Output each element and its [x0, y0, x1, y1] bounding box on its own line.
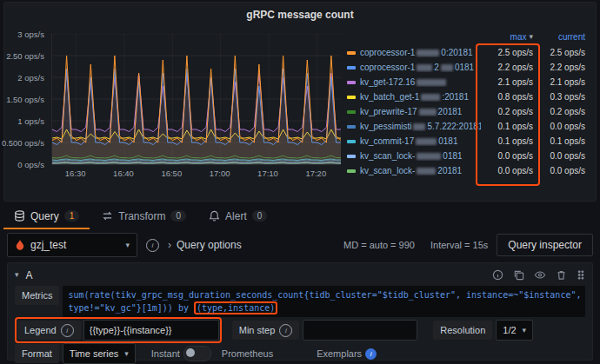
redacted-text [417, 50, 439, 56]
max-value: 2.2 ops/s [481, 63, 533, 72]
redacted-text [417, 153, 441, 160]
transform-icon [102, 210, 113, 222]
series-name[interactable]: kv_scan_lock-20181 [360, 166, 481, 175]
redacted-text [416, 138, 437, 145]
min-step-help-icon[interactable]: i [279, 324, 292, 337]
redacted-text [417, 79, 446, 86]
legend-help-icon[interactable]: i [61, 324, 74, 337]
resolution-select[interactable]: 1/2 ▾ [496, 320, 533, 341]
chart-canvas[interactable] [52, 34, 341, 164]
series-name[interactable]: kv_scan_lock-0181 [360, 151, 481, 161]
duplicate-icon[interactable] [513, 269, 524, 281]
min-step-input[interactable] [303, 320, 417, 341]
redacted-text [421, 94, 440, 101]
legend-row: kv_prewrite-17201810.2 ops/s0.2 ops/s [347, 104, 589, 119]
series-name[interactable]: kv_get-172.16 [360, 77, 481, 87]
resolution-label-box: Resolution [433, 321, 492, 340]
current-value: 2.5 ops/s [537, 48, 589, 57]
y-axis-label: 1 ops/s [17, 116, 44, 126]
trash-icon[interactable] [556, 269, 567, 281]
legend-sort-current[interactable]: current [537, 32, 589, 42]
annotation-box-legend-field: Legend i [15, 317, 222, 343]
series-name[interactable]: kv_pessimisti5.7.222:20181 [360, 122, 481, 131]
y-axis-label: 0 ops/s [17, 160, 44, 169]
metrics-label: Metrics [22, 290, 52, 301]
y-axis-label: 2.50 ops/s [6, 51, 44, 61]
y-axis-label: 1.50 ops/s [6, 95, 44, 104]
instant-toggle[interactable] [183, 346, 211, 361]
current-value: 0.0 ops/s [537, 151, 589, 161]
promql-editor[interactable]: sum(rate(tikv_grpc_msg_duration_seconds_… [63, 286, 585, 317]
instant-label: Instant [151, 348, 180, 359]
tab-query[interactable]: Query 1 [3, 202, 90, 229]
tab-transform[interactable]: Transform 0 [91, 202, 197, 229]
legend: max ▾ current coprocessor-10:201812.5 op… [347, 30, 589, 197]
series-color-swatch [347, 110, 356, 114]
series-color-swatch [347, 140, 356, 143]
x-axis-label: 16:30 [65, 169, 86, 178]
current-value: 2.2 ops/s [537, 63, 589, 72]
datasource-row: gzj_test ▾ i › Query options MD = auto =… [7, 233, 593, 257]
y-axis-label: 2 ops/s [17, 73, 44, 83]
max-value: 2.1 ops/s [481, 77, 533, 87]
legend-rows: coprocessor-10:201812.5 ops/s2.5 ops/sco… [347, 45, 589, 178]
format-select[interactable]: Time series ▾ [63, 343, 136, 364]
series-name[interactable]: kv_prewrite-1720181 [360, 107, 481, 116]
bell-icon [209, 210, 220, 222]
datasource-picker[interactable]: gzj_test ▾ [7, 233, 137, 257]
y-axis-label: 0.500 ops/s [2, 138, 44, 148]
current-value: 0.0 ops/s [537, 166, 589, 175]
legend-sort-max[interactable]: max ▾ [481, 32, 533, 42]
legend-row: kv_commit-1701810.1 ops/s0.1 ops/s [347, 134, 589, 149]
query-inspector-button[interactable]: Query inspector [497, 234, 593, 256]
tab-query-label: Query [30, 210, 59, 222]
info-icon[interactable] [492, 269, 503, 281]
chevron-down-icon: ▾ [124, 350, 129, 358]
redacted-text [413, 123, 425, 130]
series-name[interactable]: kv_batch_get-1:20181 [360, 92, 481, 102]
legend-label-box: Legend i [17, 321, 81, 340]
current-value: 0.1 ops/s [537, 136, 589, 146]
series-name[interactable]: coprocessor-10:20181 [360, 48, 481, 57]
datasource-help-icon[interactable]: i [146, 239, 159, 252]
legend-header: max ▾ current [347, 30, 589, 43]
eye-icon[interactable] [534, 269, 546, 281]
chart-plot[interactable] [51, 34, 341, 165]
tab-transform-label: Transform [118, 210, 165, 222]
max-value: 2.5 ops/s [481, 48, 533, 57]
series-color-swatch [347, 169, 356, 173]
chevron-right-icon: › [168, 239, 171, 251]
redacted-text [441, 64, 453, 71]
x-axis-label: 17:10 [257, 169, 278, 178]
series-name[interactable]: kv_commit-170181 [360, 136, 481, 146]
metrics-dropdown[interactable]: Metrics [15, 286, 59, 305]
tab-alert[interactable]: Alert 0 [198, 202, 277, 229]
current-value: 0.3 ops/s [537, 92, 589, 102]
prometheus-link[interactable]: Prometheus [222, 348, 273, 359]
y-axis: 3 ops/s2.50 ops/s2 ops/s1.50 ops/s1 ops/… [8, 34, 48, 164]
y-axis-label: 3 ops/s [17, 30, 44, 39]
database-icon [14, 210, 25, 222]
legend-row: kv_pessimisti5.7.222:201810.1 ops/s0.0 o… [347, 119, 589, 134]
promql-line-1: sum(rate(tikv_grpc_msg_duration_seconds_… [68, 288, 580, 301]
collapse-chevron-icon[interactable]: ▾ [15, 271, 19, 279]
series-name[interactable]: coprocessor-120181 [360, 63, 481, 72]
tab-bar: Query 1 Transform 0 Alert 0 [3, 202, 597, 229]
alert-count-badge: 0 [252, 210, 268, 222]
x-axis: 16:3016:4016:5017:0017:1017:20 [51, 167, 340, 179]
drag-grip-icon[interactable] [577, 269, 585, 281]
series-color-swatch [347, 125, 356, 129]
series-color-swatch [347, 66, 356, 69]
query-stats: MD = auto = 990 Interval = 15s [343, 240, 488, 250]
legend-row: kv_scan_lock-201810.0 ops/s0.0 ops/s [347, 163, 589, 178]
legend-format-input[interactable] [83, 320, 219, 341]
series-color-swatch [347, 51, 356, 55]
chevron-down-icon: ▾ [125, 242, 130, 249]
query-options-toggle[interactable]: › Query options [168, 239, 242, 251]
exemplars-info-icon[interactable]: i [365, 348, 377, 360]
query-editor-card: ▾ A Metrics sum(rate(tikv_grpc_msg_durat… [7, 262, 593, 361]
legend-row: kv_batch_get-1:201810.8 ops/s0.3 ops/s [347, 89, 589, 104]
interval-stat: Interval = 15s [430, 240, 488, 250]
max-value: 0.0 ops/s [481, 151, 533, 161]
max-value: 0.8 ops/s [481, 92, 533, 102]
